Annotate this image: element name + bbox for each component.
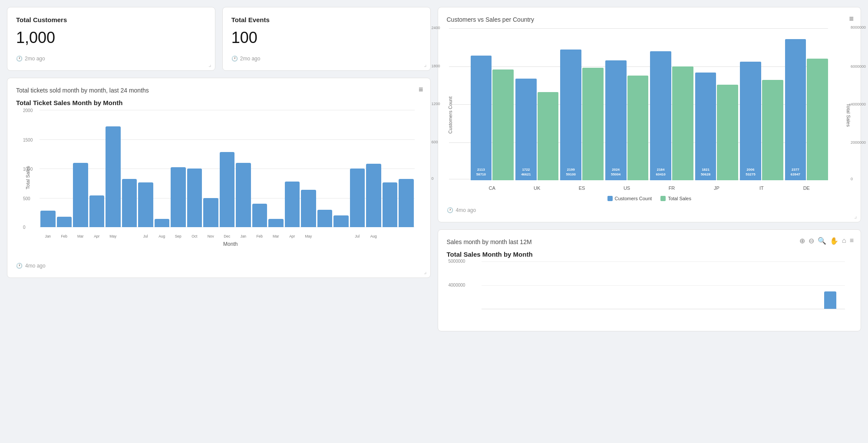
- resize-handle-4[interactable]: ⌟: [854, 212, 857, 219]
- bar-jun: [122, 179, 137, 227]
- x-tick-jul1: Jul: [138, 234, 153, 238]
- bar-jan1: [40, 211, 56, 227]
- bar-it-sales: [762, 80, 783, 180]
- ticket-sales-timestamp: 🕐 4mo ago: [16, 258, 422, 269]
- left-ytick-0: 0: [432, 176, 434, 181]
- total-customers-timestamp: 🕐 2mo ago: [16, 56, 206, 62]
- bar-es-customers: 219959100: [560, 50, 581, 180]
- sales-monthly-chart: 5000000 4000000: [447, 261, 852, 322]
- country-group-ca: 211358710: [471, 28, 514, 180]
- bar-feb1: [57, 217, 72, 227]
- country-section-label: Customers vs Sales per Country: [447, 16, 852, 23]
- bar-jun2: [317, 210, 333, 228]
- x-tick-feb1: Feb: [57, 234, 72, 238]
- right-ytick-4000000: 4000000: [851, 102, 866, 106]
- bar-us-sales: [627, 76, 649, 181]
- sales-monthly-chart-title: Total Sales Month by Month: [447, 251, 852, 258]
- bar-uk-customers-label: 172246621: [515, 168, 537, 177]
- country-menu-icon[interactable]: ≡: [849, 14, 854, 23]
- country-x-axis: CA UK ES US FR JP IT DE: [471, 185, 828, 191]
- x-tick-oct: Oct: [187, 234, 202, 238]
- x-tick-jan2: Jan: [236, 234, 251, 238]
- bar-de-sales: [807, 59, 828, 180]
- legend-customers-label: Customers Count: [615, 196, 652, 201]
- bar-nov: [203, 198, 218, 228]
- legend-sales-dot: [660, 196, 666, 201]
- country-group-it: 200653275: [740, 28, 783, 180]
- ticket-sales-chart-card: Total tickets sold month by month, last …: [7, 78, 431, 278]
- x-tick-sep: Sep: [171, 234, 186, 238]
- total-customers-card: Total Customers 1,000 🕐 2mo ago ⌟: [7, 7, 215, 71]
- pan-icon[interactable]: ✋: [830, 237, 838, 245]
- bar-ca-customers-label: 211358710: [471, 168, 492, 177]
- bar-mar2: [268, 219, 284, 227]
- bar-jp-customers: 182150628: [695, 73, 716, 181]
- legend-customers: Customers Count: [607, 196, 652, 201]
- resize-handle-3[interactable]: ⌟: [424, 268, 427, 275]
- sales-monthly-toolbar: ⊕ ⊖ 🔍 ✋ ⌂ ≡: [799, 237, 854, 245]
- zoom-icon[interactable]: 🔍: [818, 237, 826, 245]
- sales-monthly-card: Sales month by month last 12M Total Sale…: [438, 229, 861, 331]
- x-tick-may2: May: [301, 234, 316, 238]
- zoom-out-icon[interactable]: ⊖: [809, 237, 814, 245]
- country-chart-timestamp: 🕐 4mo ago: [447, 202, 852, 213]
- bar-sep: [171, 167, 186, 227]
- bar-fr-customers: 218460410: [650, 51, 671, 181]
- x-tick-fr: FR: [650, 185, 693, 191]
- resize-handle-2[interactable]: ⌟: [424, 61, 427, 68]
- x-tick-apr: Apr: [89, 234, 105, 238]
- bar-fr-sales: [672, 66, 693, 181]
- bar-es-sales: [582, 68, 604, 180]
- sales-monthly-section-label: Sales month by month last 12M: [447, 238, 852, 245]
- x-tick-it: IT: [740, 185, 783, 191]
- left-ytick-1800: 1800: [432, 64, 440, 68]
- legend-sales: Total Sales: [660, 196, 691, 201]
- country-group-de: 237763947: [785, 28, 828, 180]
- bar-de-customers-label: 237763947: [785, 168, 806, 177]
- total-events-label: Total Events: [231, 16, 422, 23]
- x-tick-nov: Nov: [203, 234, 218, 238]
- bar-jul1: [138, 182, 153, 227]
- bar-jul2-a: [333, 215, 349, 227]
- bar-it-customers-label: 200653275: [740, 168, 761, 177]
- bar-jul2: [350, 169, 365, 227]
- bar-es-customers-label: 219959100: [560, 168, 581, 177]
- mini-ytick-5000000: 5000000: [449, 259, 465, 264]
- country-chart: Customers Count Total Sales 2400 1800 12…: [447, 28, 852, 202]
- bar-de-customers: 237763947: [785, 39, 806, 181]
- country-group-jp: 182150628: [695, 28, 738, 180]
- bar-jp-sales: [717, 85, 738, 181]
- country-group-uk: 172246621: [515, 28, 558, 180]
- clock-icon-3: 🕐: [16, 263, 23, 269]
- ticket-sales-menu-icon[interactable]: ≡: [419, 85, 423, 94]
- resize-handle[interactable]: ⌟: [208, 61, 211, 68]
- legend-sales-label: Total Sales: [668, 196, 691, 201]
- country-chart-card: Customers vs Sales per Country ≡ Custome…: [438, 7, 861, 222]
- home-icon[interactable]: ⌂: [842, 237, 846, 245]
- bar-aug1: [155, 219, 170, 227]
- bar-aug2-a: [366, 164, 381, 227]
- menu-icon-bottom[interactable]: ≡: [850, 237, 854, 245]
- country-group-fr: 218460410: [650, 28, 693, 180]
- bar-jan2: [236, 163, 251, 228]
- bar-us-customers: 202455004: [605, 60, 627, 181]
- x-tick-apr2: Apr: [285, 234, 300, 238]
- zoom-in-icon[interactable]: ⊕: [799, 237, 805, 245]
- bar-mar: [73, 163, 88, 228]
- bar-may: [106, 126, 121, 227]
- bar-it-customers: 200653275: [740, 62, 761, 180]
- x-tick-aug1: Aug: [155, 234, 170, 238]
- x-tick-jan1: Jan: [40, 234, 56, 238]
- x-tick-mar2: Mar: [268, 234, 284, 238]
- bar-apr: [89, 195, 105, 227]
- left-ytick-2400: 2400: [432, 26, 440, 30]
- bar-feb2: [252, 204, 267, 227]
- total-customers-value: 1,000: [16, 29, 206, 47]
- ticket-sales-section-label: Total tickets sold month by month, last …: [16, 87, 422, 94]
- right-ytick-8000000: 8000000: [851, 25, 866, 30]
- bar-aug2: [383, 182, 398, 227]
- dashboard: Total Customers 1,000 🕐 2mo ago ⌟ Total …: [7, 7, 861, 331]
- right-ytick-2000000: 2000000: [851, 140, 866, 145]
- mini-ytick-4000000: 4000000: [449, 283, 465, 288]
- x-tick-uk: UK: [515, 185, 558, 191]
